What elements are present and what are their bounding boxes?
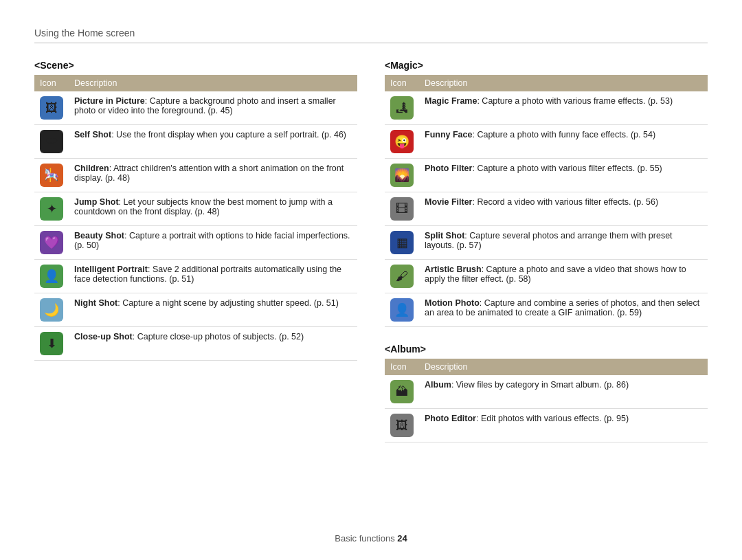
magic-row: 👤 Motion Photo: Capture and combine a se… — [385, 293, 708, 327]
footer: Basic functions 24 — [0, 533, 742, 544]
footer-page: 24 — [397, 533, 407, 544]
album-icon-cell: 🏔 — [385, 375, 419, 409]
scene-desc-cell: Close-up Shot: Capture close-up photos o… — [69, 327, 357, 361]
magic-desc-cell: Motion Photo: Capture and combine a seri… — [419, 293, 708, 327]
scene-item-desc: : Capture a night scene by adjusting shu… — [117, 298, 339, 308]
scene-icon: ⬇ — [40, 332, 63, 355]
album-row: 🏔 Album: View files by category in Smart… — [385, 375, 708, 409]
magic-section: <Magic> Icon Description 🏞 Magic Frame: … — [385, 60, 708, 327]
magic-row: 🎞 Movie Filter: Record a video with vari… — [385, 192, 708, 226]
scene-item-desc: : Use the front display when you capture… — [111, 130, 346, 139]
scene-icon: 👁 — [40, 130, 63, 153]
magic-col-icon: Icon — [385, 75, 419, 91]
scene-col-desc: Description — [69, 75, 357, 91]
scene-item-name: Night Shot — [74, 298, 117, 308]
scene-icon-cell: ⬇ — [34, 327, 69, 361]
album-item-name: Photo Editor — [425, 414, 476, 423]
scene-icon-cell: 💜 — [34, 226, 69, 260]
magic-icon-cell: 🏞 — [385, 91, 419, 125]
page-header: Using the Home screen — [34, 27, 708, 43]
magic-icon-cell: 👤 — [385, 293, 419, 327]
scene-icon: ✦ — [40, 197, 63, 221]
magic-icon: ▦ — [390, 231, 414, 254]
scene-item-name: Children — [74, 164, 109, 173]
magic-icon-cell: 🖌 — [385, 260, 419, 293]
magic-item-name: Artistic Brush — [425, 265, 482, 274]
scene-row: 💜 Beauty Shot: Capture a portrait with o… — [34, 226, 357, 260]
right-column: <Magic> Icon Description 🏞 Magic Frame: … — [385, 60, 708, 443]
scene-icon-cell: ✦ — [34, 192, 69, 226]
magic-row: ▦ Split Shot: Capture several photos and… — [385, 226, 708, 260]
scene-row: ⬇ Close-up Shot: Capture close-up photos… — [34, 327, 357, 361]
scene-icon: 👤 — [40, 265, 63, 288]
magic-desc-cell: Photo Filter: Capture a photo with vario… — [419, 159, 708, 192]
scene-desc-cell: Intelligent Portrait: Save 2 additional … — [69, 260, 357, 293]
scene-icon-cell: 🌙 — [34, 293, 69, 327]
scene-desc-cell: Children: Attract children's attention w… — [69, 159, 357, 192]
scene-item-desc: : Attract children's attention with a sh… — [74, 164, 344, 183]
scene-title: <Scene> — [34, 60, 357, 71]
scene-item-name: Jump Shot — [74, 197, 119, 207]
magic-desc-cell: Split Shot: Capture several photos and a… — [419, 226, 708, 260]
magic-icon: 🌄 — [390, 164, 414, 187]
scene-icon: 🖼 — [40, 96, 63, 120]
magic-icon-cell: ▦ — [385, 226, 419, 260]
scene-desc-cell: Beauty Shot: Capture a portrait with opt… — [69, 226, 357, 260]
scene-row: ✦ Jump Shot: Let your subjects know the … — [34, 192, 357, 226]
magic-icon-cell: 🎞 — [385, 192, 419, 226]
header-title: Using the Home screen — [34, 27, 135, 38]
scene-icon: 🌙 — [40, 298, 63, 322]
scene-row: 👤 Intelligent Portrait: Save 2 additiona… — [34, 260, 357, 293]
magic-item-name: Funny Face — [425, 130, 472, 139]
scene-icon-cell: 👤 — [34, 260, 69, 293]
magic-desc-cell: Funny Face: Capture a photo with funny f… — [419, 125, 708, 159]
magic-item-desc: : Capture a photo with various filter ef… — [472, 164, 662, 173]
album-icon: 🖼 — [390, 414, 414, 437]
magic-desc-cell: Movie Filter: Record a video with variou… — [419, 192, 708, 226]
scene-row: 👁 Self Shot: Use the front display when … — [34, 125, 357, 159]
album-desc-cell: Photo Editor: Edit photos with various e… — [419, 409, 708, 443]
album-icon-cell: 🖼 — [385, 409, 419, 443]
scene-icon: 💜 — [40, 231, 63, 254]
magic-item-desc: : Capture a photo with funny face effect… — [472, 130, 655, 139]
magic-desc-cell: Artistic Brush: Capture a photo and save… — [419, 260, 708, 293]
magic-item-desc: : Capture a photo with various frame eff… — [477, 96, 673, 106]
scene-section: <Scene> Icon Description 🖼 Picture in Pi… — [34, 60, 357, 443]
album-col-desc: Description — [419, 359, 708, 375]
magic-row: 🏞 Magic Frame: Capture a photo with vari… — [385, 91, 708, 125]
magic-icon: 😜 — [390, 130, 414, 153]
magic-col-desc: Description — [419, 75, 708, 91]
magic-icon: 🎞 — [390, 197, 414, 221]
magic-icon: 🏞 — [390, 96, 414, 120]
scene-icon-cell: 👁 — [34, 125, 69, 159]
magic-row: 🌄 Photo Filter: Capture a photo with var… — [385, 159, 708, 192]
scene-desc-cell: Picture in Picture: Capture a background… — [69, 91, 357, 125]
scene-desc-cell: Jump Shot: Let your subjects know the be… — [69, 192, 357, 226]
album-row: 🖼 Photo Editor: Edit photos with various… — [385, 409, 708, 443]
magic-title: <Magic> — [385, 60, 708, 71]
magic-item-name: Motion Photo — [425, 298, 480, 308]
scene-desc-cell: Self Shot: Use the front display when yo… — [69, 125, 357, 159]
magic-desc-cell: Magic Frame: Capture a photo with variou… — [419, 91, 708, 125]
scene-row: 🎠 Children: Attract children's attention… — [34, 159, 357, 192]
scene-item-name: Intelligent Portrait — [74, 265, 148, 274]
magic-icon-cell: 😜 — [385, 125, 419, 159]
scene-table: Icon Description 🖼 Picture in Picture: C… — [34, 75, 357, 361]
magic-icon: 👤 — [390, 298, 414, 322]
album-icon: 🏔 — [390, 380, 414, 403]
album-item-name: Album — [425, 380, 451, 390]
magic-item-name: Split Shot — [425, 231, 464, 240]
album-title: <Album> — [385, 344, 708, 355]
album-col-icon: Icon — [385, 359, 419, 375]
scene-item-name: Close-up Shot — [74, 332, 133, 341]
scene-icon-cell: 🖼 — [34, 91, 69, 125]
scene-item-desc: : Capture close-up photos of subjects. (… — [133, 332, 304, 341]
footer-label: Basic functions — [335, 533, 397, 544]
scene-desc-cell: Night Shot: Capture a night scene by adj… — [69, 293, 357, 327]
scene-row: 🖼 Picture in Picture: Capture a backgrou… — [34, 91, 357, 125]
album-item-desc: : Edit photos with various effects. (p. … — [476, 414, 629, 423]
scene-item-name: Beauty Shot — [74, 231, 124, 240]
scene-row: 🌙 Night Shot: Capture a night scene by a… — [34, 293, 357, 327]
magic-item-name: Movie Filter — [425, 197, 472, 207]
scene-item-name: Self Shot — [74, 130, 111, 139]
